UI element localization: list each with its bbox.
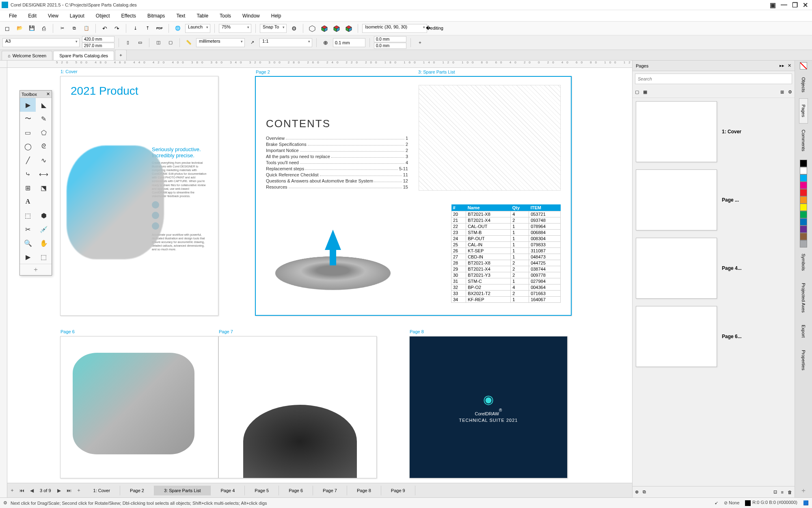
globe-icon[interactable]: 🌐	[173, 24, 183, 33]
new-page-icon[interactable]: ⊕	[635, 489, 639, 495]
page-6[interactable]: Page 6	[60, 336, 218, 478]
color-swatch[interactable]	[800, 160, 807, 167]
page-tab[interactable]: 1: Cover	[84, 486, 121, 495]
text-tool[interactable]: A	[20, 195, 36, 208]
pages-list-item[interactable]: 1: Cover	[636, 101, 791, 162]
all-pages-icon[interactable]: ◫	[153, 38, 163, 48]
pages-list-item[interactable]: Page ...	[636, 169, 791, 230]
menu-tools[interactable]: Tools	[214, 11, 237, 20]
pan-tool[interactable]: ✋	[36, 236, 52, 250]
effects-tool[interactable]: ⬢	[36, 208, 52, 222]
page-tab[interactable]: Page 5	[245, 486, 279, 495]
menu-object[interactable]: Object	[90, 11, 116, 20]
duplicate-x-input[interactable]	[374, 36, 406, 42]
user-icon[interactable]: ▣	[770, 1, 776, 9]
ellipse-tool[interactable]: ◯	[20, 139, 36, 153]
polygon-tool[interactable]: ⬠	[36, 126, 52, 139]
curve-tool[interactable]: ∿	[36, 153, 52, 167]
cube-red-icon[interactable]	[320, 24, 329, 33]
menu-file[interactable]: File	[3, 11, 22, 20]
first-page-button[interactable]: ⏮	[17, 486, 27, 495]
page-tab[interactable]: Page 7	[313, 486, 347, 495]
add-tool-button[interactable]: ＋	[20, 264, 52, 275]
line-tool[interactable]: ╱	[20, 153, 36, 167]
freehand-tool[interactable]: 〜	[20, 112, 36, 126]
new-button[interactable]	[2, 24, 12, 33]
tab-comments[interactable]: Comments	[799, 124, 808, 157]
undo-button[interactable]	[100, 24, 110, 33]
autofit-icon[interactable]: ⊡	[773, 489, 777, 495]
landscape-button[interactable]: ▭	[135, 38, 145, 48]
close-icon[interactable]: ✕	[46, 91, 50, 97]
projection-dropdown[interactable]: Isometric (30, 90, 30)	[362, 24, 427, 33]
color-swatch[interactable]	[800, 226, 807, 233]
menu-text[interactable]: Text	[171, 11, 191, 20]
page-width-input[interactable]	[82, 36, 114, 42]
add-docker-button[interactable]: ＋	[798, 484, 809, 497]
page-tab[interactable]: Page 2	[120, 486, 154, 495]
no-color-swatch[interactable]	[800, 62, 807, 69]
vertical-ruler[interactable]	[0, 68, 7, 497]
snap-to-dropdown[interactable]: Snap To	[260, 24, 287, 33]
multi-page-view-icon[interactable]: ▦	[643, 89, 647, 95]
add-toolbar-item-button[interactable]: ＋	[415, 38, 425, 48]
page-size-dropdown[interactable]: A3	[2, 38, 80, 47]
callout-tool[interactable]: ⬔	[36, 181, 52, 195]
zoom-dropdown[interactable]: 75%	[219, 24, 251, 33]
pdf-button[interactable]: PDF	[155, 24, 164, 33]
zoom-tool[interactable]: 🔍	[20, 236, 36, 250]
menu-effects[interactable]: Effects	[116, 11, 142, 20]
page-1-cover[interactable]: 1: Cover 2021 Product Seriously producti…	[60, 76, 218, 316]
page-tab[interactable]: 3: Spare Parts List	[154, 486, 211, 495]
table-tool[interactable]: ⊞	[20, 181, 36, 195]
options-icon[interactable]: ⊞	[780, 89, 784, 95]
launch-dropdown[interactable]: Launch	[185, 24, 210, 33]
cube-blue-icon[interactable]	[344, 24, 354, 33]
pen-tool[interactable]: ✎	[36, 112, 52, 126]
tab-welcome[interactable]: ⌂Welcome Screen	[2, 51, 52, 60]
menu-bitmaps[interactable]: Bitmaps	[142, 11, 171, 20]
fill-none-icon[interactable]: ⊘	[724, 500, 728, 505]
outline-color-chip[interactable]	[745, 500, 751, 506]
menu-layout[interactable]: Layout	[64, 11, 90, 20]
close-button[interactable]: ✕	[803, 1, 808, 9]
color-swatch[interactable]	[800, 189, 807, 196]
tab-current-document[interactable]: Spare Parts Catalog.des	[53, 51, 114, 60]
nudge-icon[interactable]	[321, 38, 330, 48]
color-swatch[interactable]	[800, 182, 807, 189]
tab-properties[interactable]: Properties	[799, 344, 808, 376]
portrait-button[interactable]: ▯	[123, 38, 133, 48]
projection-edit-icon[interactable]: �editing	[430, 24, 439, 33]
page-tab[interactable]: Page 4	[211, 486, 245, 495]
tab-projected-axes[interactable]: Projected Axes	[799, 277, 808, 319]
page-8[interactable]: Page 8 ◉ CorelDRAW® TECHNICAL SUITE 2021	[409, 336, 568, 478]
scale-ratio-dropdown[interactable]: 1:1	[259, 38, 312, 47]
color-swatch[interactable]	[800, 218, 807, 226]
shape-tool[interactable]: ◣	[36, 98, 52, 112]
settings-gear-icon[interactable]: ⚙	[788, 89, 792, 95]
add-page-button[interactable]: ＋	[7, 486, 17, 495]
color-swatch[interactable]	[800, 174, 807, 182]
menu-table[interactable]: Table	[191, 11, 214, 20]
tab-objects[interactable]: Objects	[799, 71, 808, 98]
color-proof-icon[interactable]: 🟦	[803, 500, 809, 506]
rectangle-tool[interactable]: ▭	[20, 126, 36, 139]
toolbox-panel[interactable]: Toolbox ✕ ▶ ◣ 〜 ✎ ▭ ⬠ ◯ ᘓ ╱ ∿ ⤷	[19, 90, 52, 276]
pick-tool[interactable]: ▶	[20, 98, 36, 112]
3d-tool[interactable]: ⬚	[20, 208, 36, 222]
print-button[interactable]	[39, 24, 49, 33]
export-button[interactable]: ⤒	[143, 24, 152, 33]
menu-help[interactable]: Help	[266, 11, 287, 20]
pages-list-item[interactable]: Page 4...	[636, 238, 791, 299]
transparency-tool[interactable]: ⬚	[36, 250, 52, 264]
toolbox-header[interactable]: Toolbox ✕	[20, 91, 52, 98]
next-page-button[interactable]: ▶	[54, 486, 64, 495]
eyedropper-tool[interactable]: 💉	[36, 222, 52, 236]
spiral-tool[interactable]: ᘓ	[36, 139, 52, 153]
pages-list-item[interactable]: Page 6...	[636, 306, 791, 367]
page-spread-2-3[interactable]: Page 2 3: Spare Parts List CONTENTS Over…	[255, 76, 572, 316]
search-input[interactable]	[635, 74, 792, 84]
options-gear-icon[interactable]	[289, 24, 299, 33]
last-page-button[interactable]: ⏭	[64, 486, 74, 495]
page-tab[interactable]: Page 8	[347, 486, 381, 495]
